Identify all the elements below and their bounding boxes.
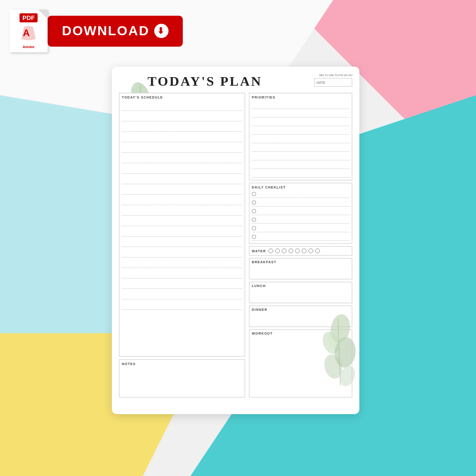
table-row	[122, 258, 242, 268]
dinner-content[interactable]	[252, 313, 349, 325]
table-row	[122, 216, 242, 226]
water-circle[interactable]	[288, 248, 293, 253]
list-item	[252, 169, 349, 178]
table-row	[122, 132, 242, 142]
date-section: MO TU WE TH FR SA SU DATE	[314, 74, 352, 87]
pdf-label: PDF	[20, 13, 38, 22]
checkbox-circle[interactable]	[252, 209, 256, 213]
water-circle[interactable]	[308, 248, 313, 253]
table-row	[122, 205, 242, 216]
water-circle[interactable]	[282, 248, 287, 253]
checklist-section: DAILY CHEKLIST	[249, 183, 352, 244]
right-column: PRIORITIES DAILY CHEKLIST	[249, 93, 352, 397]
notes-label: NOTES	[122, 362, 242, 366]
list-item	[252, 225, 349, 232]
list-item	[252, 160, 349, 169]
table-row	[122, 278, 242, 289]
water-circle[interactable]	[275, 248, 280, 253]
download-banner: PDF A Adobe DOWNLOAD ⬇	[10, 10, 183, 52]
checkbox-circle[interactable]	[252, 235, 256, 239]
lunch-label: LUNCH	[252, 284, 349, 288]
breakfast-label: BREAKFAST	[252, 260, 349, 264]
checkbox-circle[interactable]	[252, 200, 256, 205]
water-circles	[268, 248, 320, 253]
table-row	[122, 237, 242, 247]
table-row	[122, 247, 242, 258]
svg-text:A: A	[23, 28, 30, 38]
adobe-text: Adobe	[23, 45, 35, 49]
table-row	[122, 195, 242, 205]
schedule-label: TODAY'S SCHEDULE	[122, 96, 242, 99]
pdf-icon: PDF A Adobe	[10, 10, 48, 52]
priorities-lines	[252, 100, 349, 178]
schedule-section: TODAY'S SCHEDULE	[119, 93, 245, 357]
date-label: DATE	[317, 81, 325, 84]
table-row	[122, 174, 242, 184]
checkbox-circle[interactable]	[252, 226, 256, 230]
lunch-section: LUNCH	[249, 282, 352, 303]
left-column: TODAY'S SCHEDULE	[119, 93, 245, 397]
list-item	[252, 109, 349, 118]
date-box: DATE	[314, 78, 352, 87]
water-label: WATER	[252, 249, 266, 253]
priorities-section: PRIORITIES	[249, 93, 352, 180]
list-item	[252, 100, 349, 109]
workout-content[interactable]	[252, 337, 349, 348]
table-row	[122, 153, 242, 163]
list-item	[252, 208, 349, 215]
download-text: DOWNLOAD	[62, 23, 149, 39]
water-section: WATER	[249, 246, 352, 256]
table-row	[122, 226, 242, 237]
planner-title: TODAY'S PLAN	[148, 74, 262, 89]
table-row	[122, 142, 242, 153]
checkbox-circle[interactable]	[252, 218, 256, 222]
notes-content[interactable]	[122, 367, 242, 393]
list-item	[252, 135, 349, 143]
dinner-label: DINNER	[252, 308, 349, 311]
workout-label: WORKOUT	[252, 332, 349, 335]
table-row	[122, 163, 242, 174]
schedule-lines	[122, 100, 242, 310]
checklist-label: DAILY CHEKLIST	[252, 186, 349, 189]
planner-body: TODAY'S SCHEDULE	[119, 93, 352, 397]
adobe-icon: A	[19, 25, 38, 45]
notes-section: NOTES	[119, 359, 245, 397]
water-circle[interactable]	[302, 248, 307, 253]
workout-section: WORKOUT	[249, 329, 352, 397]
download-arrow-icon: ⬇	[154, 24, 169, 38]
table-row	[122, 100, 242, 111]
list-item	[252, 199, 349, 207]
planner-card: TODAY'S PLAN MO TU WE TH FR SA SU DATE T…	[112, 67, 359, 414]
list-item	[252, 143, 349, 152]
lunch-content[interactable]	[252, 289, 349, 301]
water-circle[interactable]	[295, 248, 300, 253]
breakfast-content[interactable]	[252, 265, 349, 277]
table-row	[122, 121, 242, 132]
list-item	[252, 233, 349, 241]
table-row	[122, 111, 242, 121]
checkbox-circle[interactable]	[252, 192, 256, 196]
list-item	[252, 126, 349, 135]
dinner-section: DINNER	[249, 306, 352, 327]
checklist-items	[252, 190, 349, 241]
list-item	[252, 152, 349, 160]
table-row	[122, 268, 242, 278]
download-button[interactable]: DOWNLOAD ⬇	[48, 16, 183, 47]
list-item	[252, 118, 349, 126]
table-row	[122, 289, 242, 299]
water-circle[interactable]	[315, 248, 320, 253]
water-circle[interactable]	[268, 248, 273, 253]
table-row	[122, 299, 242, 310]
days-row: MO TU WE TH FR SA SU	[319, 74, 352, 77]
list-item	[252, 190, 349, 198]
table-row	[122, 184, 242, 195]
list-item	[252, 216, 349, 224]
priorities-label: PRIORITIES	[252, 96, 349, 99]
breakfast-section: BREAKFAST	[249, 258, 352, 279]
